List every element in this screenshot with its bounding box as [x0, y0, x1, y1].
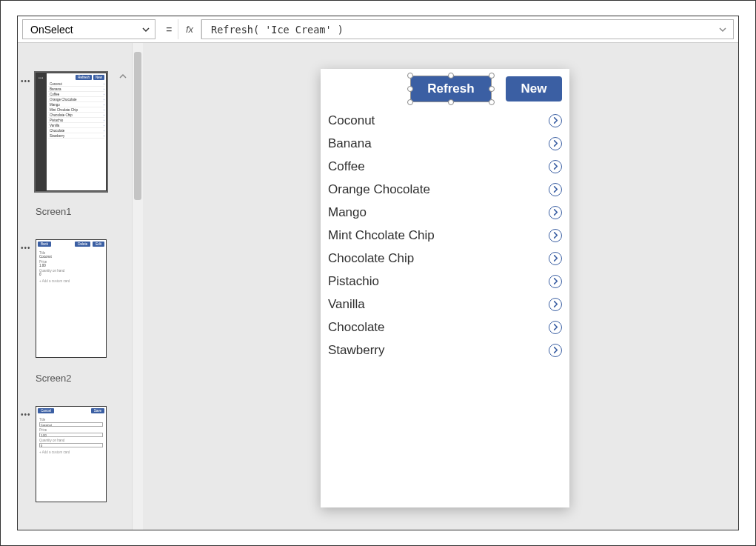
thumb-cancel-button: Cancel [38, 408, 54, 413]
outer-frame: OnSelect = fx Refresh( 'Ice Cream' ) [0, 0, 756, 546]
gallery-row[interactable]: Coconut [328, 109, 562, 132]
gallery-item-title: Vanilla [328, 297, 549, 312]
thumb-list-item: Orange Chocolate [48, 97, 104, 102]
more-icon[interactable]: ••• [21, 77, 31, 85]
thumbnail-screen3[interactable]: Cancel Save Title Coconut Price 1.00 Qua… [36, 406, 107, 502]
fx-label: fx [178, 19, 201, 39]
arrow-right-circle-icon[interactable] [549, 252, 562, 265]
thumb-refresh-button: Refresh [76, 75, 92, 80]
gallery-row[interactable]: Orange Chocolate [328, 178, 562, 201]
more-icon[interactable]: ••• [21, 410, 31, 419]
arrow-right-circle-icon[interactable] [549, 206, 562, 219]
screen-label: Screen2 [36, 373, 132, 384]
screen-thumbnail-screen3[interactable]: ••• Cancel Save Title Coconut Price 1.00 [18, 406, 132, 502]
arrow-right-circle-icon[interactable] [549, 160, 562, 173]
screens-tree-panel: ••• ••• Refresh New CoconutBananaCoffeeO… [18, 43, 133, 530]
refresh-button-selection[interactable]: Refresh [411, 76, 491, 101]
thumb-list-item: Coffee [48, 92, 104, 97]
tree-scrollbar[interactable] [133, 43, 143, 530]
refresh-button[interactable]: Refresh [411, 76, 491, 101]
thumb-edit-button: Edit [93, 242, 104, 247]
gallery-item-title: Orange Chocolate [328, 182, 549, 197]
thumb-list-item: Mango [48, 102, 104, 107]
app-window: OnSelect = fx Refresh( 'Ice Cream' ) [17, 16, 739, 530]
gallery-item-title: Coconut [328, 113, 549, 128]
thumbnail-screen1[interactable]: ••• Refresh New CoconutBananaCoffeeOrang… [36, 73, 107, 191]
gallery-list: CoconutBananaCoffeeOrange ChocolateMango… [321, 106, 569, 362]
new-button[interactable]: New [506, 76, 562, 101]
gallery-row[interactable]: Vanilla [328, 293, 562, 316]
more-icon[interactable]: ••• [21, 244, 31, 252]
arrow-right-circle-icon[interactable] [549, 275, 562, 288]
screen-thumbnail-screen1[interactable]: ••• ••• Refresh New CoconutBananaCoffeeO… [18, 73, 132, 217]
gallery-row[interactable]: Stawberry [328, 339, 562, 362]
arrow-right-circle-icon[interactable] [549, 183, 562, 196]
thumb-list-item: Pistachio [48, 118, 104, 123]
scrollbar-thumb[interactable] [134, 52, 141, 200]
thumb-list-item: Vanilla [48, 123, 104, 128]
design-canvas[interactable]: Refresh New Coconut [143, 43, 738, 530]
gallery-row[interactable]: Pistachio [328, 270, 562, 293]
arrow-right-circle-icon[interactable] [549, 137, 562, 150]
thumb-list-item: Chocolate Chip [48, 113, 104, 118]
formula-text: Refresh( 'Ice Cream' ) [211, 24, 344, 36]
gallery-item-title: Pistachio [328, 274, 549, 289]
chevron-down-icon [718, 25, 727, 34]
thumb-list-item: Banana [48, 87, 104, 92]
thumb-new-button: New [93, 75, 104, 80]
gallery-row[interactable]: Chocolate [328, 316, 562, 339]
thumb-delete-button: Delete [75, 242, 90, 247]
equals-label: = [160, 16, 178, 42]
workspace: ••• ••• Refresh New CoconutBananaCoffeeO… [18, 43, 738, 530]
gallery-row[interactable]: Mint Chcolate Chip [328, 224, 562, 247]
formula-bar: OnSelect = fx Refresh( 'Ice Cream' ) [18, 16, 738, 43]
arrow-right-circle-icon[interactable] [549, 114, 562, 127]
gallery-row[interactable]: Chocolate Chip [328, 247, 562, 270]
thumb-list-item: Mint Chcolate Chip [48, 107, 104, 113]
arrow-right-circle-icon[interactable] [549, 321, 562, 334]
gallery-item-title: Banana [328, 136, 549, 151]
screen-thumbnail-screen2[interactable]: ••• Back Delete Edit Title Coconut Price [18, 239, 132, 384]
gallery-item-title: Chocolate Chip [328, 251, 549, 266]
thumb-save-button: Save [91, 408, 104, 413]
screen-label: Screen1 [36, 206, 132, 217]
gallery-item-title: Coffee [328, 159, 549, 174]
formula-input[interactable]: Refresh( 'Ice Cream' ) [201, 19, 734, 39]
gallery-row[interactable]: Mango [328, 201, 562, 224]
thumb-list-item: Chocolate [48, 128, 104, 133]
arrow-right-circle-icon[interactable] [549, 229, 562, 242]
thumb-back-button: Back [38, 242, 51, 247]
gallery-row[interactable]: Coffee [328, 155, 562, 178]
phone-preview: Refresh New Coconut [321, 69, 569, 507]
property-selector-value: OnSelect [30, 24, 73, 36]
arrow-right-circle-icon[interactable] [549, 344, 562, 357]
gallery-item-title: Mango [328, 205, 549, 220]
phone-header: Refresh New [321, 69, 569, 106]
gallery-item-title: Stawberry [328, 343, 549, 358]
gallery-item-title: Chocolate [328, 320, 549, 335]
thumbnail-screen2[interactable]: Back Delete Edit Title Coconut Price 1.0… [36, 239, 107, 358]
arrow-right-circle-icon[interactable] [549, 298, 562, 311]
property-selector[interactable]: OnSelect [22, 19, 155, 39]
gallery-row[interactable]: Banana [328, 132, 562, 155]
gallery-item-title: Mint Chcolate Chip [328, 228, 549, 243]
thumb-list-item: Coconut [48, 81, 104, 87]
chevron-down-icon [141, 25, 150, 34]
thumb-list-item: Stawberry [48, 133, 104, 139]
